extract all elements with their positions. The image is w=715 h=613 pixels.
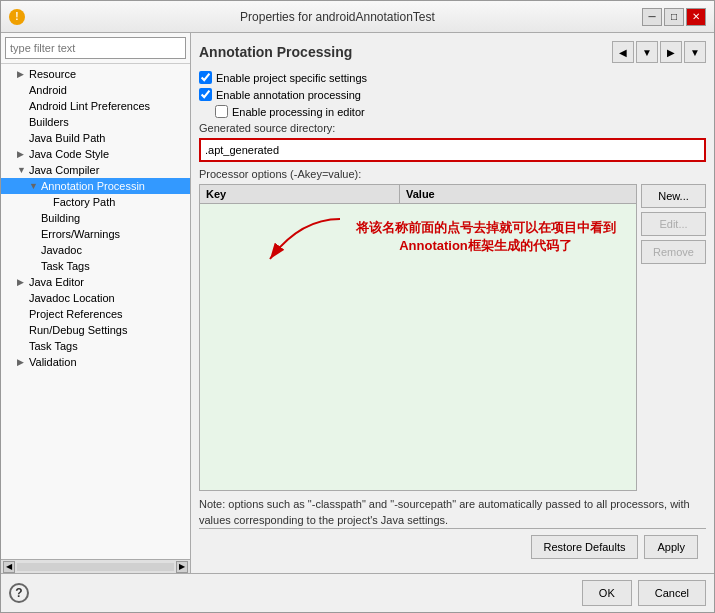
horizontal-scrollbar[interactable]: ◀ ▶ (1, 559, 190, 573)
enable-processing-in-editor-checkbox[interactable] (215, 105, 228, 118)
sidebar-item-javadoc-location[interactable]: Javadoc Location (1, 290, 190, 306)
scroll-track[interactable] (17, 563, 174, 571)
ok-cancel-buttons: OK Cancel (582, 580, 706, 606)
chevron-right-icon: ▶ (17, 357, 27, 367)
table-area: Key Value (199, 184, 706, 491)
sidebar-item-label: Task Tags (29, 340, 78, 352)
sidebar-item-label: Android (29, 84, 67, 96)
enable-project-specific-label: Enable project specific settings (216, 72, 367, 84)
sidebar-item-label: Factory Path (53, 196, 115, 208)
table-action-buttons: New... Edit... Remove (641, 184, 706, 491)
note-area: Note: options such as "-classpath" and "… (199, 497, 706, 528)
maximize-button[interactable]: □ (664, 8, 684, 26)
sidebar-item-java-editor[interactable]: ▶ Java Editor (1, 274, 190, 290)
remove-button[interactable]: Remove (641, 240, 706, 264)
chevron-down-icon: ▼ (17, 165, 27, 175)
enable-annotation-processing-row: Enable annotation processing (199, 88, 706, 101)
annotation-line1: 将该名称前面的点号去掉就可以在项目中看到 (340, 219, 631, 237)
window-icon: ! (9, 9, 25, 25)
sidebar-item-java-code-style[interactable]: ▶ Java Code Style (1, 146, 190, 162)
sidebar-item-label: Java Editor (29, 276, 84, 288)
panel-title: Annotation Processing (199, 44, 352, 60)
sidebar-item-label: Android Lint Preferences (29, 100, 150, 112)
sidebar-item-task-tags-compiler[interactable]: Task Tags (1, 258, 190, 274)
chevron-right-icon: ▶ (17, 69, 27, 79)
footer: ? OK Cancel (1, 573, 714, 612)
sidebar-item-validation[interactable]: ▶ Validation (1, 354, 190, 370)
processor-table: Key Value (199, 184, 637, 491)
sidebar-item-annotation-processing[interactable]: ▼ Annotation Processin (1, 178, 190, 194)
sidebar-item-label: Annotation Processin (41, 180, 145, 192)
titlebar-buttons: ─ □ ✕ (642, 8, 706, 26)
sidebar-item-building[interactable]: Building (1, 210, 190, 226)
enable-project-specific-checkbox[interactable] (199, 71, 212, 84)
sidebar-item-label: Builders (29, 116, 69, 128)
sidebar-item-task-tags[interactable]: Task Tags (1, 338, 190, 354)
right-panel: Annotation Processing ◀ ▼ ▶ ▼ Enable pro… (191, 33, 714, 573)
sidebar-item-run-debug[interactable]: Run/Debug Settings (1, 322, 190, 338)
chevron-down-icon: ▼ (29, 181, 39, 191)
sidebar-item-label: Javadoc Location (29, 292, 115, 304)
scroll-left-btn[interactable]: ◀ (3, 561, 15, 573)
new-button[interactable]: New... (641, 184, 706, 208)
sidebar-item-label: Run/Debug Settings (29, 324, 127, 336)
enable-project-specific-row: Enable project specific settings (199, 71, 706, 84)
generated-source-label: Generated source directory: (199, 122, 706, 134)
left-panel: ▶ Resource Android Android Lint Preferen… (1, 33, 191, 573)
note-text: Note: options such as "-classpath" and "… (199, 498, 690, 525)
nav-back-button[interactable]: ◀ (612, 41, 634, 63)
sidebar-item-label: Task Tags (41, 260, 90, 272)
restore-defaults-button[interactable]: Restore Defaults (531, 535, 639, 559)
filter-input[interactable] (5, 37, 186, 59)
sidebar-item-label: Java Build Path (29, 132, 105, 144)
sidebar-item-project-references[interactable]: Project References (1, 306, 190, 322)
tree-area: ▶ Resource Android Android Lint Preferen… (1, 64, 190, 559)
annotation-line2: Annotation框架生成的代码了 (340, 237, 631, 255)
sidebar-item-java-compiler[interactable]: ▼ Java Compiler (1, 162, 190, 178)
apply-button[interactable]: Apply (644, 535, 698, 559)
window-title: Properties for androidAnnotationTest (33, 10, 642, 24)
nav-dropdown-button[interactable]: ▼ (636, 41, 658, 63)
sidebar-item-label: Project References (29, 308, 123, 320)
annotation-note-text: 将该名称前面的点号去掉就可以在项目中看到 Annotation框架生成的代码了 (340, 219, 631, 255)
key-column-header: Key (200, 185, 400, 203)
filter-box (1, 33, 190, 64)
titlebar: ! Properties for androidAnnotationTest ─… (1, 1, 714, 33)
enable-annotation-processing-checkbox[interactable] (199, 88, 212, 101)
sidebar-item-label: Errors/Warnings (41, 228, 120, 240)
minimize-button[interactable]: ─ (642, 8, 662, 26)
enable-annotation-processing-label: Enable annotation processing (216, 89, 361, 101)
nav-forward-button[interactable]: ▶ (660, 41, 682, 63)
nav-forward-dropdown-button[interactable]: ▼ (684, 41, 706, 63)
sidebar-item-factory-path[interactable]: Factory Path (1, 194, 190, 210)
sidebar-item-android[interactable]: Android (1, 82, 190, 98)
processor-options-label: Processor options (-Akey=value): (199, 168, 706, 180)
scroll-right-btn[interactable]: ▶ (176, 561, 188, 573)
close-button[interactable]: ✕ (686, 8, 706, 26)
enable-processing-in-editor-row: Enable processing in editor (199, 105, 706, 118)
sidebar-item-builders[interactable]: Builders (1, 114, 190, 130)
help-button[interactable]: ? (9, 583, 29, 603)
sidebar-item-label: Resource (29, 68, 76, 80)
cancel-button[interactable]: Cancel (638, 580, 706, 606)
sidebar-item-android-lint[interactable]: Android Lint Preferences (1, 98, 190, 114)
enable-processing-in-editor-label: Enable processing in editor (232, 106, 365, 118)
sidebar-item-label: Validation (29, 356, 77, 368)
edit-button[interactable]: Edit... (641, 212, 706, 236)
table-body: 将该名称前面的点号去掉就可以在项目中看到 Annotation框架生成的代码了 (200, 204, 636, 490)
nav-buttons: ◀ ▼ ▶ ▼ (612, 41, 706, 63)
sidebar-item-resource[interactable]: ▶ Resource (1, 66, 190, 82)
sidebar-item-javadoc[interactable]: Javadoc (1, 242, 190, 258)
ok-button[interactable]: OK (582, 580, 632, 606)
generated-source-input[interactable] (199, 138, 706, 162)
sidebar-item-java-build-path[interactable]: Java Build Path (1, 130, 190, 146)
content-area: ▶ Resource Android Android Lint Preferen… (1, 33, 714, 573)
value-column-header: Value (400, 185, 636, 203)
sidebar-item-label: Building (41, 212, 80, 224)
table-header: Key Value (200, 185, 636, 204)
panel-header: Annotation Processing ◀ ▼ ▶ ▼ (199, 41, 706, 63)
sidebar-item-label: Javadoc (41, 244, 82, 256)
chevron-right-icon: ▶ (17, 149, 27, 159)
sidebar-item-errors-warnings[interactable]: Errors/Warnings (1, 226, 190, 242)
sidebar-item-label: Java Compiler (29, 164, 99, 176)
